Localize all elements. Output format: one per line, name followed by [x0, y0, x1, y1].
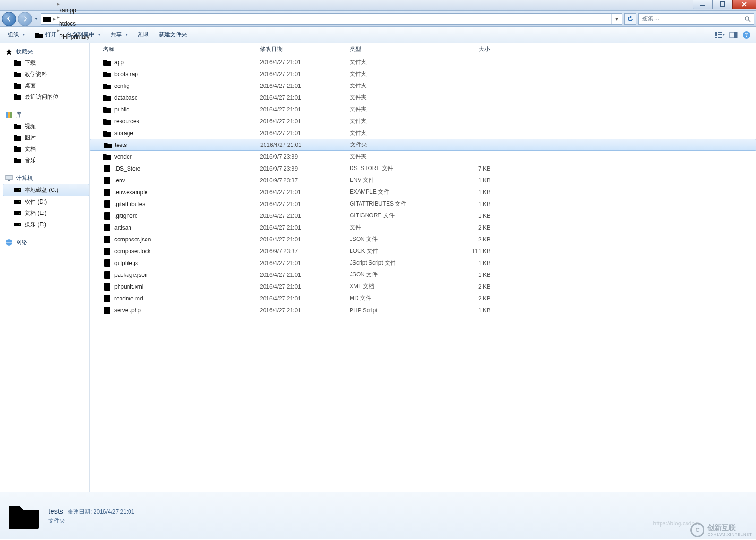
file-size: 2 KB [444, 224, 496, 231]
file-row[interactable]: public2016/4/27 21:01文件夹 [90, 103, 756, 115]
preview-pane-button[interactable] [728, 29, 739, 41]
nav-item[interactable]: 图片 [3, 132, 89, 143]
file-row[interactable]: tests2016/4/27 21:01文件夹 [90, 139, 756, 151]
help-button[interactable]: ? [741, 29, 752, 41]
window-close-button[interactable] [732, 0, 756, 9]
file-date: 2016/4/27 21:01 [260, 118, 350, 125]
file-date: 2016/4/27 21:01 [260, 71, 350, 77]
file-date: 2016/4/27 21:01 [260, 260, 350, 266]
nav-item[interactable]: 文档 (E:) [3, 207, 89, 219]
file-date: 2016/4/27 21:01 [260, 59, 350, 66]
file-row[interactable]: resources2016/4/27 21:01文件夹 [90, 115, 756, 127]
file-row[interactable]: artisan2016/4/27 21:01文件2 KB [90, 222, 756, 233]
folder-icon [13, 122, 22, 130]
breadcrumb-separator-icon[interactable]: ▸ [56, 14, 60, 20]
drive-icon [13, 197, 22, 206]
file-row[interactable]: phpunit.xml2016/4/27 21:01XML 文档2 KB [90, 281, 756, 292]
address-dropdown-button[interactable]: ▾ [611, 14, 621, 24]
file-name: .gitattributes [114, 201, 145, 207]
file-icon [103, 212, 112, 220]
file-row[interactable]: .env2016/9/7 23:37ENV 文件1 KB [90, 174, 756, 186]
toolbar-include-in-library[interactable]: 包含到库中▼ [62, 29, 105, 41]
details-pane: tests 修改日期: 2016/4/27 21:01 文件夹 [0, 492, 756, 539]
nav-item[interactable]: 软件 (D:) [3, 196, 89, 207]
file-row[interactable]: .DS_Store2016/9/7 23:39DS_STORE 文件7 KB [90, 163, 756, 174]
file-name: public [114, 106, 129, 113]
file-row[interactable]: .env.example2016/4/27 21:01EXAMPLE 文件1 K… [90, 186, 756, 198]
file-row[interactable]: composer.lock2016/9/7 23:37LOCK 文件111 KB [90, 245, 756, 257]
nav-item[interactable]: 下载 [3, 57, 89, 69]
nav-computer-header[interactable]: 计算机 [3, 172, 89, 184]
toolbar-burn[interactable]: 刻录 [134, 29, 153, 41]
file-row[interactable]: database2016/4/27 21:01文件夹 [90, 92, 756, 103]
nav-item[interactable]: 视频 [3, 120, 89, 132]
refresh-button[interactable] [624, 13, 636, 25]
file-date: 2016/9/7 23:37 [260, 177, 350, 184]
nav-item[interactable]: 桌面 [3, 80, 89, 91]
nav-item[interactable]: 音乐 [3, 154, 89, 166]
file-size: 1 KB [444, 272, 496, 278]
file-row[interactable]: vendor2016/9/7 23:39文件夹 [90, 151, 756, 163]
nav-item[interactable]: 最近访问的位 [3, 91, 89, 103]
svg-rect-11 [718, 34, 722, 35]
column-name[interactable]: 名称 [90, 45, 260, 53]
computer-icon [5, 174, 13, 182]
breadcrumb-item[interactable]: 本地磁盘 (C:) [56, 0, 95, 0]
file-icon [103, 223, 112, 232]
file-type: JSON 文件 [350, 271, 444, 279]
file-row[interactable]: .gitignore2016/4/27 21:01GITIGNORE 文件1 K… [90, 210, 756, 222]
file-size: 1 KB [444, 177, 496, 184]
nav-item[interactable]: 娱乐 (F:) [3, 219, 89, 230]
file-row[interactable]: .gitattributes2016/4/27 21:01GITATTRIBUT… [90, 198, 756, 210]
file-date: 2016/4/27 21:01 [260, 283, 350, 290]
view-options-button[interactable]: ▼ [714, 29, 726, 41]
svg-rect-20 [6, 175, 12, 180]
drive-icon [13, 209, 22, 217]
nav-back-button[interactable] [2, 12, 16, 26]
search-input[interactable]: 搜索 ... [638, 13, 754, 25]
drive-icon [13, 186, 22, 194]
nav-forward-button[interactable] [18, 12, 32, 26]
file-row[interactable]: package.json2016/4/27 21:01JSON 文件1 KB [90, 269, 756, 281]
file-row[interactable]: config2016/4/27 21:01文件夹 [90, 80, 756, 92]
column-headers: 名称 修改日期 类型 大小 [90, 43, 756, 56]
file-row[interactable]: app2016/4/27 21:01文件夹 [90, 56, 756, 68]
breadcrumb-item[interactable]: xampp [56, 7, 95, 14]
file-row[interactable]: composer.json2016/4/27 21:01JSON 文件2 KB [90, 233, 756, 245]
nav-item[interactable]: 文档 [3, 143, 89, 154]
toolbar-organize[interactable]: 组织▼ [4, 29, 29, 41]
file-name: app [114, 59, 124, 66]
file-row[interactable]: gulpfile.js2016/4/27 21:01JScript Script… [90, 257, 756, 269]
nav-history-dropdown[interactable] [34, 17, 39, 21]
column-type[interactable]: 类型 [350, 45, 444, 53]
open-folder-icon [35, 31, 43, 39]
toolbar-open[interactable]: 打开 [31, 29, 60, 41]
file-icon [103, 283, 112, 291]
breadcrumb-separator-icon[interactable]: ▸ [56, 0, 60, 7]
toolbar-share[interactable]: 共享▼ [107, 29, 132, 41]
nav-item[interactable]: 本地磁盘 (C:) [3, 184, 89, 196]
column-date[interactable]: 修改日期 [260, 45, 350, 53]
file-row[interactable]: storage2016/4/27 21:01文件夹 [90, 127, 756, 139]
nav-network-header[interactable]: 网络 [3, 237, 89, 248]
nav-libraries-header[interactable]: 库 [3, 109, 89, 120]
window-maximize-button[interactable] [713, 0, 732, 9]
column-size[interactable]: 大小 [444, 45, 496, 53]
nav-favorites-header[interactable]: 收藏夹 [3, 46, 89, 57]
file-name: bootstrap [114, 71, 138, 77]
file-row[interactable]: readme.md2016/4/27 21:01MD 文件2 KB [90, 292, 756, 304]
file-row[interactable]: server.php2016/4/27 21:01PHP Script1 KB [90, 304, 756, 316]
file-type: 文件夹 [350, 94, 444, 102]
search-placeholder: 搜索 ... [642, 15, 659, 23]
navigation-pane[interactable]: 收藏夹 下载教学资料桌面最近访问的位 库 视频图片文档音乐 计算机 本地磁盘 (… [0, 43, 90, 492]
file-size: 2 KB [444, 295, 496, 302]
window-minimize-button[interactable] [693, 0, 713, 9]
file-row[interactable]: bootstrap2016/4/27 21:01文件夹 [90, 68, 756, 80]
file-size: 1 KB [444, 260, 496, 266]
svg-rect-5 [720, 2, 725, 6]
address-bar[interactable]: ▸ 计算机▸本地磁盘 (C:)▸xampp▸htdocs▸PHPprimary▸… [41, 13, 622, 25]
toolbar-new-folder[interactable]: 新建文件夹 [155, 29, 191, 41]
file-date: 2016/4/27 21:01 [260, 236, 350, 243]
breadcrumb-item[interactable]: htdocs [56, 20, 95, 27]
nav-item[interactable]: 教学资料 [3, 69, 89, 80]
